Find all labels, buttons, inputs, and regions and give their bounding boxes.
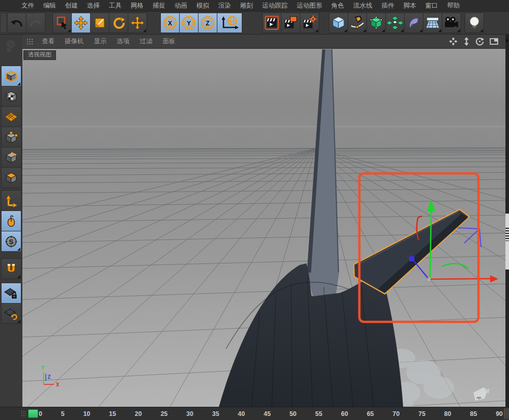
primitive-cube-icon [331, 15, 346, 31]
render-settings-button[interactable] [300, 13, 319, 33]
render-settings-icon [302, 15, 317, 31]
coordinate-system-button[interactable] [217, 13, 242, 33]
menu-character[interactable]: 角色 [327, 2, 349, 10]
toolbar-grip[interactable] [1, 14, 6, 32]
vp-menu-display[interactable]: 显示 [89, 37, 112, 46]
menu-snap[interactable]: 捕捉 [148, 2, 170, 10]
workplane-lock-button[interactable] [1, 283, 21, 304]
subdivision-surface-icon [369, 15, 384, 31]
workplane-rotate-button[interactable] [1, 303, 21, 324]
timeline-tick: 25 [160, 410, 167, 417]
menu-edit[interactable]: 编辑 [39, 2, 61, 10]
menu-select[interactable]: 选择 [82, 2, 104, 10]
render-picture-viewer-button[interactable] [281, 13, 300, 33]
timeline-ruler[interactable]: 0 5 10 15 20 25 30 35 40 45 50 55 60 65 … [39, 407, 503, 420]
current-frame-marker[interactable] [28, 409, 38, 418]
menu-motion-tracker[interactable]: 运动跟踪 [258, 2, 292, 10]
mode-palette: S [0, 35, 22, 407]
maximize-icon[interactable] [490, 38, 498, 45]
vp-menu-view[interactable]: 查看 [37, 37, 60, 46]
menu-render[interactable]: 渲染 [214, 2, 236, 10]
menu-simulate[interactable]: 模拟 [192, 2, 214, 10]
rotate-tool-button[interactable] [109, 13, 128, 33]
add-light-button[interactable] [465, 13, 484, 33]
make-editable-button[interactable] [1, 36, 21, 56]
right-panel-edge[interactable] [505, 35, 509, 407]
workplane-mode-button[interactable] [1, 106, 21, 127]
points-mode-button[interactable] [1, 127, 21, 147]
menu-plugins[interactable]: 插件 [377, 2, 399, 10]
menu-script[interactable]: 脚本 [399, 2, 421, 10]
timeline-tick: 10 [83, 410, 90, 417]
gizmo-z-handle[interactable] [409, 256, 414, 261]
snap-button[interactable]: S [1, 231, 21, 252]
menu-animate[interactable]: 动画 [170, 2, 192, 10]
magnet-snap-button[interactable] [1, 258, 21, 279]
move-tool-button[interactable] [71, 13, 91, 33]
add-primitive-button[interactable] [329, 13, 348, 33]
menu-tools[interactable]: 工具 [104, 2, 126, 10]
workplane-rotate-icon [4, 307, 18, 320]
viewport-canvas[interactable]: Y Z X [22, 49, 505, 407]
timeline-tick: 30 [186, 410, 193, 417]
render-view-button[interactable] [262, 13, 281, 33]
viewport-solo-button[interactable] [1, 211, 21, 231]
menu-window[interactable]: 窗口 [421, 2, 443, 10]
z-axis-lock: Z [200, 15, 215, 31]
add-spline-button[interactable] [348, 13, 367, 33]
scale-tool-button[interactable] [90, 13, 109, 33]
subdivision-surface-button[interactable] [366, 13, 386, 33]
add-deformer-button[interactable] [404, 13, 423, 33]
polygons-mode-icon [5, 171, 18, 185]
environment-button[interactable] [423, 13, 442, 33]
sky [22, 49, 505, 150]
menu-pipeline[interactable]: 流水线 [349, 2, 377, 10]
right-panel-sliver-marks [505, 228, 509, 241]
viewport-menu-bar: 查看 摄像机 显示 选项 过滤 面板 [22, 35, 505, 49]
redo-button[interactable] [26, 13, 45, 33]
menu-help[interactable]: 帮助 [443, 2, 465, 10]
last-used-tool-button[interactable] [128, 13, 147, 33]
menu-mograph[interactable]: 运动图形 [292, 2, 327, 10]
x-axis-lock-button[interactable]: X [160, 13, 180, 33]
timeline-tick: 65 [367, 410, 374, 417]
pan-icon[interactable] [449, 37, 458, 46]
texture-mode-button[interactable] [1, 86, 21, 107]
make-editable-icon [4, 38, 19, 55]
menu-create[interactable]: 创建 [61, 2, 82, 10]
menu-file[interactable]: 文件 [17, 2, 39, 10]
perspective-viewport[interactable]: Y Z X 透视视图 [22, 49, 505, 407]
panel-expand-arrow-icon[interactable] [506, 39, 508, 43]
timeline-tick: 55 [315, 410, 322, 417]
timeline-grip[interactable] [21, 410, 26, 417]
polygons-mode-button[interactable] [1, 167, 21, 188]
svg-text:Y: Y [41, 365, 45, 371]
mograph-array-button[interactable] [385, 13, 405, 33]
live-selection-button[interactable] [52, 13, 72, 33]
timeline-tick: 35 [212, 410, 219, 417]
timeline[interactable]: 0 5 10 15 20 25 30 35 40 45 50 55 60 65 … [0, 407, 509, 420]
dolly-icon[interactable] [463, 37, 470, 46]
timeline-end-control[interactable] [504, 408, 509, 419]
add-camera-button[interactable] [442, 13, 461, 33]
gizmo-x-axis[interactable] [429, 279, 490, 279]
menu-mesh[interactable]: 网格 [126, 2, 148, 10]
undo-button[interactable] [7, 13, 26, 33]
vp-menu-panel[interactable]: 面板 [158, 37, 181, 46]
timeline-tick: 90 [496, 410, 503, 417]
svg-text:X: X [56, 381, 60, 388]
mograph-array-icon [387, 15, 403, 31]
z-axis-lock-button[interactable]: Z [198, 13, 217, 33]
y-axis-lock-button[interactable]: Y [179, 13, 199, 33]
edges-mode-button[interactable] [1, 147, 21, 168]
orbit-icon[interactable] [475, 37, 484, 46]
viewport-menu-grip[interactable] [26, 38, 34, 45]
axis-mode-button[interactable] [1, 190, 21, 211]
menu-sculpt[interactable]: 雕刻 [236, 2, 258, 10]
timeline-tick: 85 [470, 410, 477, 417]
snap-icon: S [5, 235, 18, 248]
model-mode-button[interactable] [1, 66, 21, 86]
vp-menu-filter[interactable]: 过滤 [135, 37, 158, 46]
vp-menu-cameras[interactable]: 摄像机 [60, 37, 89, 46]
vp-menu-options[interactable]: 选项 [112, 37, 135, 46]
